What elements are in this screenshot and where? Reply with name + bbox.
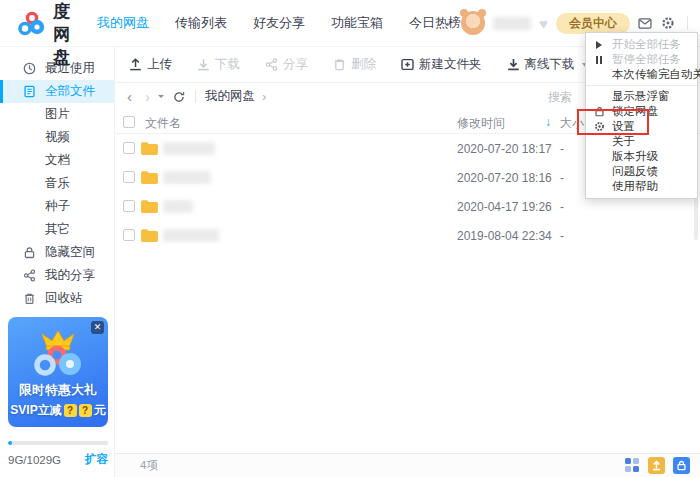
heart-icon[interactable]: ♥ [539,16,548,31]
history-dropdown-icon[interactable] [158,95,164,98]
sidebar-item-label: 其它 [45,221,70,238]
tab-my-drive[interactable]: 我的网盘 [97,14,149,32]
sidebar-item-hidden-space[interactable]: 隐藏空间 [0,241,114,264]
column-header-name[interactable]: 文件名 [145,115,181,132]
storage-progressbar [8,441,108,445]
menu-item-about[interactable]: 关于 [586,134,697,149]
menu-item-pause-all-tasks[interactable]: 暂停全部任务 [586,52,697,67]
menu-item-label: 使用帮助 [612,179,658,194]
scrollbar[interactable] [694,195,698,240]
sort-desc-icon[interactable]: ↓ [545,115,551,129]
column-header-modified[interactable]: 修改时间 [457,115,505,132]
menu-item-label: 问题反馈 [612,164,658,179]
sidebar-item-documents[interactable]: 文档 [0,149,114,172]
sidebar-item-label: 图片 [45,106,70,123]
menu-item-feedback[interactable]: 问题反馈 [586,164,697,179]
item-count: 4项 [140,458,158,473]
offline-download-button[interactable]: 离线下载 [507,56,588,73]
menu-item-settings[interactable]: 设置 [586,119,697,134]
lock-icon [23,246,37,260]
promo-line1: 限时特惠大礼 [8,382,108,399]
breadcrumb-chevron-icon: › [262,89,266,104]
promo-line2-prefix: SVIP立减 [10,402,61,419]
toolbar-button-label: 分享 [283,56,308,73]
row-checkbox[interactable] [123,229,135,241]
titlebar-separator [687,16,688,30]
promo-banner[interactable]: ✕ 限时特惠大礼 SVIP立减 ? ? 元 [8,317,108,427]
member-center-button[interactable]: 会员中心 [556,13,630,34]
delete-button[interactable]: 删除 [333,56,376,73]
tab-toolbox[interactable]: 功能宝箱 [331,14,383,32]
toolbar-button-label: 新建文件夹 [419,56,482,73]
messages-icon[interactable] [638,17,653,30]
username-blurred [493,17,531,30]
file-modified: 2020-07-20 18:17 [457,142,552,156]
menu-divider [586,85,697,86]
nav-forward-button[interactable]: › [145,89,150,104]
menu-item-lock-netdisk[interactable]: 锁定网盘 [586,104,697,119]
select-all-checkbox[interactable] [123,116,135,128]
row-checkbox[interactable] [123,142,135,154]
menu-item-show-float-window[interactable]: 显示悬浮窗 [586,89,697,104]
row-checkbox[interactable] [123,200,135,212]
file-list-icon [23,85,37,99]
sidebar-item-music[interactable]: 音乐 [0,172,114,195]
sidebar-item-torrents[interactable]: 种子 [0,195,114,218]
row-checkbox[interactable] [123,171,135,183]
upload-icon [129,58,142,71]
app-title: 百度网盘 [53,0,71,69]
sidebar-item-pictures[interactable]: 图片 [0,103,114,126]
tab-hot-list[interactable]: 今日热榜 [409,14,461,32]
sidebar-item-my-shares[interactable]: 我的分享 [0,264,114,287]
breadcrumb-current[interactable]: 我的网盘 [205,88,255,105]
share-button[interactable]: 分享 [265,56,308,73]
promo-crown-logo-art [27,329,89,379]
filename-blurred [163,200,193,213]
close-icon[interactable]: ✕ [91,321,104,334]
play-icon [592,41,606,49]
settings-gear-icon[interactable] [661,17,676,30]
refresh-button[interactable] [173,91,185,103]
nav-back-button[interactable]: ‹ [127,89,132,104]
sidebar-item-label: 全部文件 [45,83,95,100]
column-header-size[interactable]: 大小 [560,115,584,132]
menu-item-label: 版本升级 [612,149,658,164]
tab-transfer-list[interactable]: 传输列表 [175,14,227,32]
menu-item-help[interactable]: 使用帮助 [586,179,697,194]
tab-friend-share[interactable]: 好友分享 [253,14,305,32]
folder-icon [140,199,159,214]
hidden-space-lock-icon[interactable] [673,457,690,474]
new-folder-icon [401,58,414,71]
menu-item-label: 显示悬浮窗 [612,89,670,104]
table-row[interactable]: 2019-08-04 22:34 - [115,221,700,250]
filename-blurred [163,171,211,184]
offline-download-icon [507,58,520,71]
expand-storage-link[interactable]: 扩容 [85,452,108,467]
avatar[interactable] [461,11,485,35]
menu-item-label: 开始全部任务 [612,37,681,52]
promo-question-box: ? [79,404,92,417]
statusbar: 4项 [115,453,700,477]
gear-icon [592,121,606,132]
sidebar-item-label: 音乐 [45,175,70,192]
sidebar-item-all-files[interactable]: 全部文件 [0,80,114,103]
search-input[interactable]: 搜索 [548,89,572,106]
sidebar-item-videos[interactable]: 视频 [0,126,114,149]
menu-item-start-all-tasks[interactable]: 开始全部任务 [586,37,697,52]
new-folder-button[interactable]: 新建文件夹 [401,56,482,73]
spacer [23,177,37,191]
view-grid-icon[interactable] [625,458,640,473]
menu-item-shutdown-after-transfer[interactable]: 本次传输完自动关机 [586,67,697,82]
sidebar-item-recycle-bin[interactable]: 回收站 [0,287,114,310]
clock-icon [23,62,37,76]
file-size: - [560,200,564,214]
sidebar-item-others[interactable]: 其它 [0,218,114,241]
download-button[interactable]: 下载 [197,56,240,73]
backup-upload-icon[interactable] [648,457,665,474]
upload-button[interactable]: 上传 [129,56,172,73]
file-size: - [560,229,564,243]
menu-item-version-upgrade[interactable]: 版本升级 [586,149,697,164]
folder-icon [140,170,159,185]
menu-item-label: 设置 [612,119,635,134]
filename-blurred [163,142,215,155]
